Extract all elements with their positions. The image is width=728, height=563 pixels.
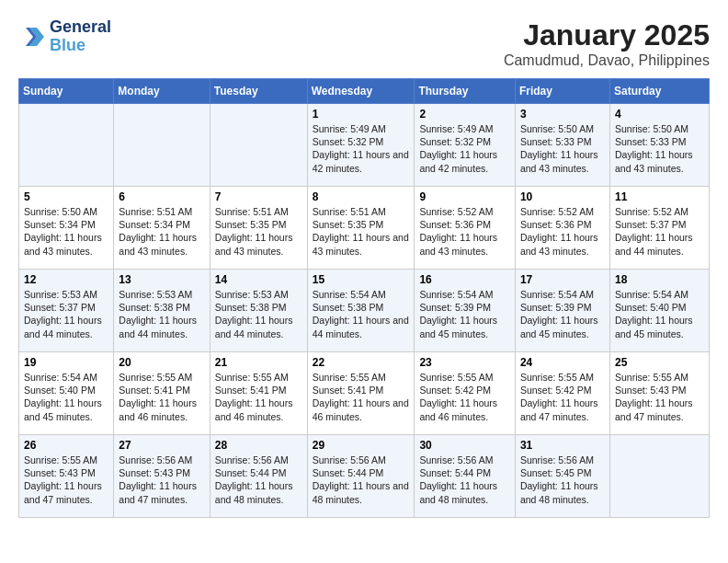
page-subtitle: Camudmud, Davao, Philippines: [504, 52, 710, 69]
cell-details: Sunrise: 5:51 AMSunset: 5:35 PMDaylight:…: [215, 206, 293, 257]
header-row: SundayMondayTuesdayWednesdayThursdayFrid…: [19, 79, 710, 104]
cell-details: Sunrise: 5:51 AMSunset: 5:35 PMDaylight:…: [313, 206, 409, 257]
cell-details: Sunrise: 5:55 AMSunset: 5:41 PMDaylight:…: [313, 372, 409, 422]
day-number: 11: [615, 190, 704, 203]
calendar-cell: 21Sunrise: 5:55 AMSunset: 5:41 PMDayligh…: [210, 352, 307, 435]
calendar-week-row: 5Sunrise: 5:50 AMSunset: 5:34 PMDaylight…: [19, 187, 710, 270]
day-number: 18: [615, 273, 704, 286]
day-number: 1: [313, 108, 410, 121]
calendar-cell: 18Sunrise: 5:54 AMSunset: 5:40 PMDayligh…: [609, 270, 709, 352]
calendar-table: SundayMondayTuesdayWednesdayThursdayFrid…: [18, 78, 710, 518]
cell-details: Sunrise: 5:49 AMSunset: 5:32 PMDaylight:…: [419, 123, 497, 174]
calendar-cell: 11Sunrise: 5:52 AMSunset: 5:37 PMDayligh…: [609, 187, 709, 270]
calendar-cell: 10Sunrise: 5:52 AMSunset: 5:36 PMDayligh…: [515, 187, 609, 270]
cell-details: Sunrise: 5:55 AMSunset: 5:42 PMDaylight:…: [520, 372, 598, 422]
day-number: 25: [615, 356, 704, 369]
cell-details: Sunrise: 5:52 AMSunset: 5:37 PMDaylight:…: [615, 206, 693, 257]
cell-details: Sunrise: 5:50 AMSunset: 5:33 PMDaylight:…: [520, 123, 598, 174]
day-number: 12: [24, 273, 108, 286]
calendar-cell: [609, 435, 709, 518]
cell-details: Sunrise: 5:54 AMSunset: 5:39 PMDaylight:…: [520, 289, 598, 339]
day-number: 4: [615, 108, 704, 121]
cell-details: Sunrise: 5:55 AMSunset: 5:43 PMDaylight:…: [615, 372, 693, 422]
calendar-cell: 1Sunrise: 5:49 AMSunset: 5:32 PMDaylight…: [307, 104, 415, 187]
cell-details: Sunrise: 5:53 AMSunset: 5:38 PMDaylight:…: [215, 289, 293, 339]
cell-details: Sunrise: 5:52 AMSunset: 5:36 PMDaylight:…: [520, 206, 598, 257]
cell-details: Sunrise: 5:55 AMSunset: 5:42 PMDaylight:…: [419, 372, 497, 422]
calendar-cell: 7Sunrise: 5:51 AMSunset: 5:35 PMDaylight…: [210, 187, 307, 270]
cell-details: Sunrise: 5:49 AMSunset: 5:32 PMDaylight:…: [313, 123, 409, 174]
day-number: 28: [215, 439, 302, 452]
day-number: 7: [215, 190, 302, 203]
cell-details: Sunrise: 5:55 AMSunset: 5:41 PMDaylight:…: [119, 372, 197, 422]
calendar-cell: 17Sunrise: 5:54 AMSunset: 5:39 PMDayligh…: [515, 270, 609, 352]
day-number: 16: [419, 273, 510, 286]
day-number: 19: [24, 356, 108, 369]
day-number: 6: [119, 190, 204, 203]
day-number: 9: [419, 190, 510, 203]
logo: General Blue: [18, 18, 111, 55]
calendar-cell: 15Sunrise: 5:54 AMSunset: 5:38 PMDayligh…: [307, 270, 415, 352]
cell-details: Sunrise: 5:53 AMSunset: 5:38 PMDaylight:…: [119, 289, 197, 339]
calendar-cell: 4Sunrise: 5:50 AMSunset: 5:33 PMDaylight…: [609, 104, 709, 187]
calendar-cell: 25Sunrise: 5:55 AMSunset: 5:43 PMDayligh…: [609, 352, 709, 435]
weekday-header: Monday: [114, 79, 210, 104]
calendar-cell: 19Sunrise: 5:54 AMSunset: 5:40 PMDayligh…: [19, 352, 114, 435]
cell-details: Sunrise: 5:50 AMSunset: 5:33 PMDaylight:…: [615, 123, 693, 174]
calendar-cell: 24Sunrise: 5:55 AMSunset: 5:42 PMDayligh…: [515, 352, 609, 435]
calendar-week-row: 26Sunrise: 5:55 AMSunset: 5:43 PMDayligh…: [19, 435, 710, 518]
calendar-week-row: 19Sunrise: 5:54 AMSunset: 5:40 PMDayligh…: [19, 352, 710, 435]
day-number: 13: [119, 273, 204, 286]
cell-details: Sunrise: 5:56 AMSunset: 5:43 PMDaylight:…: [119, 454, 197, 505]
logo-icon: [18, 23, 46, 51]
title-block: January 2025 Camudmud, Davao, Philippine…: [504, 18, 710, 69]
day-number: 30: [419, 439, 510, 452]
weekday-header: Thursday: [415, 79, 516, 104]
calendar-cell: 16Sunrise: 5:54 AMSunset: 5:39 PMDayligh…: [415, 270, 516, 352]
calendar-week-row: 12Sunrise: 5:53 AMSunset: 5:37 PMDayligh…: [19, 270, 710, 352]
weekday-header: Friday: [515, 79, 609, 104]
weekday-header: Saturday: [609, 79, 709, 104]
cell-details: Sunrise: 5:54 AMSunset: 5:38 PMDaylight:…: [313, 289, 409, 339]
calendar-cell: 6Sunrise: 5:51 AMSunset: 5:34 PMDaylight…: [114, 187, 210, 270]
calendar-cell: 14Sunrise: 5:53 AMSunset: 5:38 PMDayligh…: [210, 270, 307, 352]
day-number: 23: [419, 356, 510, 369]
cell-details: Sunrise: 5:56 AMSunset: 5:45 PMDaylight:…: [520, 454, 598, 505]
cell-details: Sunrise: 5:50 AMSunset: 5:34 PMDaylight:…: [24, 206, 102, 257]
day-number: 2: [419, 108, 510, 121]
weekday-header: Tuesday: [210, 79, 307, 104]
day-number: 8: [313, 190, 410, 203]
day-number: 10: [520, 190, 605, 203]
calendar-cell: 12Sunrise: 5:53 AMSunset: 5:37 PMDayligh…: [19, 270, 114, 352]
calendar-cell: [114, 104, 210, 187]
day-number: 15: [313, 273, 410, 286]
calendar-cell: 26Sunrise: 5:55 AMSunset: 5:43 PMDayligh…: [19, 435, 114, 518]
page-title: January 2025: [504, 18, 710, 52]
calendar-cell: 30Sunrise: 5:56 AMSunset: 5:44 PMDayligh…: [415, 435, 516, 518]
cell-details: Sunrise: 5:55 AMSunset: 5:43 PMDaylight:…: [24, 454, 102, 505]
calendar-cell: 23Sunrise: 5:55 AMSunset: 5:42 PMDayligh…: [415, 352, 516, 435]
cell-details: Sunrise: 5:52 AMSunset: 5:36 PMDaylight:…: [419, 206, 497, 257]
day-number: 21: [215, 356, 302, 369]
logo-text: General Blue: [50, 18, 111, 55]
cell-details: Sunrise: 5:56 AMSunset: 5:44 PMDaylight:…: [313, 454, 409, 505]
day-number: 14: [215, 273, 302, 286]
calendar-cell: 13Sunrise: 5:53 AMSunset: 5:38 PMDayligh…: [114, 270, 210, 352]
day-number: 22: [313, 356, 410, 369]
calendar-cell: 29Sunrise: 5:56 AMSunset: 5:44 PMDayligh…: [307, 435, 415, 518]
calendar-cell: 2Sunrise: 5:49 AMSunset: 5:32 PMDaylight…: [415, 104, 516, 187]
calendar-week-row: 1Sunrise: 5:49 AMSunset: 5:32 PMDaylight…: [19, 104, 710, 187]
calendar-cell: 5Sunrise: 5:50 AMSunset: 5:34 PMDaylight…: [19, 187, 114, 270]
cell-details: Sunrise: 5:53 AMSunset: 5:37 PMDaylight:…: [24, 289, 102, 339]
day-number: 29: [313, 439, 410, 452]
weekday-header: Wednesday: [307, 79, 415, 104]
cell-details: Sunrise: 5:54 AMSunset: 5:39 PMDaylight:…: [419, 289, 497, 339]
cell-details: Sunrise: 5:56 AMSunset: 5:44 PMDaylight:…: [419, 454, 497, 505]
calendar-cell: 9Sunrise: 5:52 AMSunset: 5:36 PMDaylight…: [415, 187, 516, 270]
day-number: 31: [520, 439, 605, 452]
day-number: 20: [119, 356, 204, 369]
calendar-cell: [19, 104, 114, 187]
calendar-cell: 20Sunrise: 5:55 AMSunset: 5:41 PMDayligh…: [114, 352, 210, 435]
calendar-cell: [210, 104, 307, 187]
calendar-cell: 28Sunrise: 5:56 AMSunset: 5:44 PMDayligh…: [210, 435, 307, 518]
